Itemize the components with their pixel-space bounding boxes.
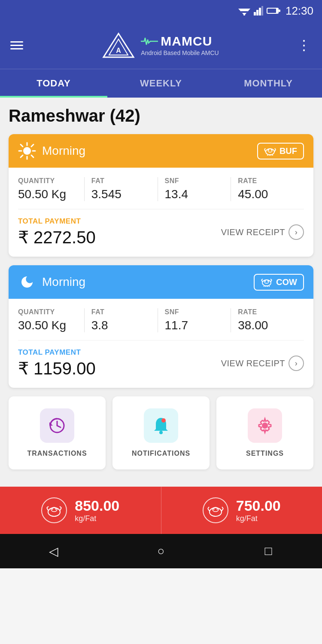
cow-badge-label: COW: [276, 277, 297, 287]
svg-line-53: [47, 508, 48, 510]
app-subtitle: Android Based Mobile AMCU: [141, 49, 219, 56]
svg-rect-6: [259, 8, 261, 15]
quick-actions: TRANSACTIONS NOTIFICATIONS SETT: [9, 396, 313, 469]
settings-icon-wrap: [248, 408, 282, 443]
settings-button[interactable]: SETTINGS: [216, 396, 313, 469]
cow-snf: SNF 11.7: [158, 308, 231, 332]
logo-icon: A: [101, 31, 136, 59]
buf-morning-label: Morning: [42, 144, 85, 158]
app-logo: A MAMCU Android Based Mobile AMCU: [101, 31, 219, 59]
home-button[interactable]: ○: [148, 538, 174, 564]
buf-receipt-arrow: ›: [289, 224, 304, 240]
buf-payment-row: TOTAL PAYMENT ₹ 2272.50 VIEW RECEIPT ›: [18, 217, 304, 247]
buf-fat: FAT 3.545: [85, 177, 158, 201]
notifications-button[interactable]: NOTIFICATIONS: [112, 396, 210, 469]
cow-payment-amount: ₹ 1159.00: [18, 359, 96, 378]
tab-bar: TODAY WEEKLY MONTHLY: [0, 69, 322, 98]
svg-line-64: [222, 507, 223, 509]
svg-point-67: [216, 509, 218, 510]
buf-card-body: QUANTITY 50.50 Kg FAT 3.545 SNF 13.4 RAT…: [9, 168, 313, 257]
recents-button[interactable]: □: [255, 538, 281, 564]
notifications-icon-wrap: [144, 408, 178, 443]
svg-point-52: [48, 508, 60, 516]
cow-snf-label: SNF: [165, 308, 224, 316]
status-icons: [238, 6, 280, 15]
tab-today[interactable]: TODAY: [0, 69, 107, 98]
tab-monthly[interactable]: MONTHLY: [215, 69, 322, 98]
svg-point-66: [213, 509, 214, 510]
buf-card-header: Morning BUF: [9, 134, 313, 168]
svg-line-36: [261, 280, 262, 282]
notifications-icon: [152, 416, 170, 435]
buf-payment-amount: ₹ 2272.50: [18, 227, 96, 247]
footer-buf-info: 750.00 kg/Fat: [236, 497, 281, 523]
cow-payment-label: TOTAL PAYMENT: [18, 348, 96, 357]
morning-cow-card: Morning COW: [9, 265, 313, 388]
tab-weekly[interactable]: WEEKLY: [107, 69, 215, 98]
cow-receipt-arrow: ›: [289, 356, 304, 371]
cow-quantity-label: QUANTITY: [18, 308, 77, 316]
cow-badge-icon: [261, 277, 273, 287]
transactions-label: TRANSACTIONS: [27, 450, 87, 457]
buf-rate-value: 45.00: [238, 187, 297, 201]
svg-text:A: A: [116, 47, 122, 54]
footer-buf-unit: kg/Fat: [236, 514, 281, 523]
svg-line-22: [21, 155, 23, 157]
svg-rect-4: [254, 12, 256, 15]
cow-fat-value: 3.8: [91, 319, 151, 332]
app-header: A MAMCU Android Based Mobile AMCU ⋮: [0, 21, 322, 69]
signal-icon: [254, 6, 263, 15]
footer-buf-animal-icon: [207, 503, 224, 517]
buf-metrics: QUANTITY 50.50 Kg FAT 3.545 SNF 13.4 RAT…: [18, 177, 304, 209]
buf-header-left: Morning: [18, 142, 85, 160]
moon-icon: [18, 273, 36, 291]
more-options-button[interactable]: ⋮: [297, 37, 312, 53]
cow-card-header: Morning COW: [9, 265, 313, 299]
transactions-button[interactable]: TRANSACTIONS: [9, 396, 106, 469]
status-time: 12:30: [286, 4, 313, 18]
nav-bar: ◁ ○ □: [0, 534, 322, 568]
buf-snf-label: SNF: [165, 177, 224, 185]
cow-view-receipt-button[interactable]: VIEW RECEIPT ›: [221, 356, 304, 371]
page-title: Rameshwar (42): [9, 106, 313, 126]
back-button[interactable]: ◁: [41, 538, 67, 564]
cow-header-left: Morning: [18, 273, 85, 291]
buf-quantity: QUANTITY 50.50 Kg: [18, 177, 85, 201]
cow-badge: COW: [254, 274, 304, 291]
svg-line-55: [60, 508, 61, 510]
svg-line-24: [264, 150, 266, 152]
svg-line-19: [21, 144, 23, 147]
svg-point-29: [268, 150, 269, 150]
buf-view-receipt-button[interactable]: VIEW RECEIPT ›: [221, 224, 304, 240]
footer-cow-animal-icon: [46, 503, 63, 517]
svg-point-14: [23, 147, 31, 155]
footer-cow-info: 850.00 kg/Fat: [75, 497, 119, 523]
svg-rect-9: [279, 9, 280, 12]
cow-morning-label: Morning: [42, 275, 85, 289]
cow-fat: FAT 3.8: [85, 308, 158, 332]
cow-quantity-value: 30.50 Kg: [18, 319, 77, 332]
svg-line-56: [60, 506, 61, 508]
buf-payment-label: TOTAL PAYMENT: [18, 217, 96, 226]
svg-line-62: [208, 507, 209, 509]
svg-line-38: [271, 280, 272, 282]
cow-quantity: QUANTITY 30.50 Kg: [18, 308, 85, 332]
svg-point-30: [271, 150, 272, 150]
svg-rect-10: [267, 9, 276, 13]
status-bar: 12:30: [0, 0, 322, 21]
transactions-icon-wrap: [40, 408, 74, 443]
app-name: MAMCU: [161, 34, 212, 49]
buffalo-icon: [264, 146, 276, 156]
svg-line-39: [270, 279, 272, 280]
svg-point-51: [262, 423, 268, 429]
buf-snf: SNF 13.4: [158, 177, 231, 201]
svg-line-21: [31, 144, 33, 147]
svg-point-35: [262, 280, 271, 286]
settings-icon: [255, 416, 274, 435]
svg-line-27: [275, 148, 276, 150]
hamburger-menu[interactable]: [10, 41, 23, 49]
buf-fat-value: 3.545: [91, 187, 151, 201]
cow-card-body: QUANTITY 30.50 Kg FAT 3.8 SNF 11.7 RATE …: [9, 299, 313, 388]
battery-icon: [267, 7, 280, 15]
svg-point-50: [161, 418, 166, 423]
